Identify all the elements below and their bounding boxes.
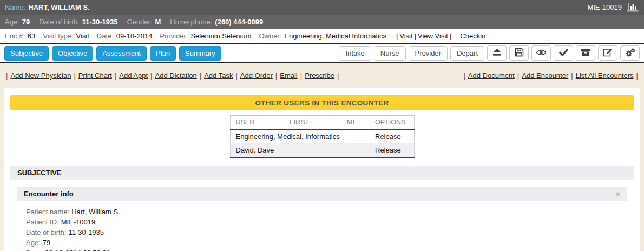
owner-field: Owner:Engineering, Medical Informatics	[259, 32, 386, 40]
list-all-encounters-link[interactable]: List All Encounters	[576, 71, 634, 80]
date-field: Date:09-10-2014 09:52:21	[26, 248, 640, 251]
table-header-row: USER FIRST MI OPTIONS	[230, 116, 414, 130]
save-button[interactable]	[509, 45, 529, 61]
separator: |	[337, 71, 339, 80]
release-link[interactable]: Release	[375, 146, 401, 154]
age-field: Age:79	[26, 237, 640, 248]
options-cell: Release	[370, 129, 414, 143]
separator: |	[415, 32, 416, 40]
user-name-cell: David, Dave	[230, 143, 370, 157]
dob-label: Date of birth:	[39, 18, 79, 26]
other-users-table-wrap: USER FIRST MI OPTIONS Engineering, Medic…	[4, 115, 640, 158]
visit-link[interactable]: Visit	[399, 32, 412, 40]
col-header-user[interactable]: USER	[230, 116, 284, 130]
email-link[interactable]: Email	[280, 71, 298, 80]
checkin-link[interactable]: Checkin	[460, 32, 485, 40]
intake-button[interactable]: Intake	[339, 46, 371, 61]
provider-button[interactable]: Provider	[409, 46, 448, 61]
view-button[interactable]	[531, 45, 551, 61]
content-panel: OTHER USERS IN THIS ENCOUNTER USER FIRST…	[4, 88, 640, 251]
col-header-first[interactable]: FIRST	[284, 116, 341, 130]
col-header-mi[interactable]: MI	[341, 116, 370, 130]
view-visit-link[interactable]: View Visit	[418, 32, 448, 40]
tab-assessment[interactable]: Assessment	[96, 46, 147, 61]
separator: |	[636, 71, 638, 80]
toolbar: Subjective Objective Assessment Plan Sum…	[0, 44, 644, 63]
main-area: OTHER USERS IN THIS ENCOUNTER USER FIRST…	[0, 88, 644, 251]
separator: |	[450, 32, 451, 40]
separator: |	[200, 71, 201, 80]
separator: |	[396, 32, 398, 40]
other-users-table: USER FIRST MI OPTIONS Engineering, Medic…	[230, 115, 415, 158]
add-dictation-link[interactable]: Add Dictation	[155, 71, 196, 80]
encounter-nav: |Visit|View Visit|	[396, 32, 451, 40]
enc-date-label: Date:	[97, 32, 114, 40]
release-link[interactable]: Release	[375, 133, 401, 141]
dob-field: Date of birth:11-30-1935	[26, 227, 640, 237]
patient-id-value: MIE-10019	[587, 3, 622, 11]
nurse-button[interactable]: Nurse	[374, 46, 406, 61]
bar-chart-icon[interactable]	[627, 3, 639, 12]
provider-label: Provider:	[160, 32, 188, 40]
provider-value: Selenium Selenium	[190, 32, 251, 40]
separator: |	[571, 71, 573, 80]
encounter-info-header: Encounter info ×	[17, 187, 627, 201]
add-task-link[interactable]: Add Task	[204, 71, 233, 80]
approve-button[interactable]	[554, 45, 573, 61]
dob-field: Date of birth:11-30-1935	[39, 18, 117, 26]
tab-objective[interactable]: Objective	[52, 46, 93, 61]
tab-subjective[interactable]: Subjective	[4, 46, 49, 61]
separator: |	[517, 71, 519, 80]
table-row: David, Dave Release	[230, 143, 414, 157]
separator: |	[300, 71, 302, 80]
gender-label: Gender:	[127, 18, 152, 26]
tab-summary[interactable]: Summary	[179, 46, 221, 61]
depart-button[interactable]: Depart	[450, 46, 484, 61]
enc-date-value: 09-10-2014	[116, 32, 153, 40]
prescribe-link[interactable]: Prescribe	[305, 71, 334, 80]
patient-name-value: HART, WILLIAM S.	[28, 3, 89, 11]
separator: |	[6, 71, 8, 80]
patient-header-bar: Name: HART, WILLIAM S. MIE-10019	[0, 0, 644, 15]
home-phone-label: Home phone:	[170, 18, 212, 26]
eject-button[interactable]	[487, 45, 507, 61]
other-users-banner: OTHER USERS IN THIS ENCOUNTER	[10, 95, 634, 110]
edit-button[interactable]	[598, 45, 617, 61]
quick-links-left: |Add New Physician|Print Chart|Add Appt|…	[5, 71, 340, 80]
add-document-link[interactable]: Add Document	[468, 71, 515, 80]
user-name-cell: Engineering, Medical, Informatics	[230, 129, 370, 143]
gender-field: Gender:M	[127, 18, 161, 26]
owner-label: Owner:	[259, 32, 281, 40]
col-header-options: OPTIONS	[370, 116, 414, 130]
age-value: 79	[22, 18, 30, 26]
home-phone-value: (260) 444-0099	[215, 18, 263, 26]
subjective-section-header: SUBJECTIVE	[10, 166, 634, 180]
save-icon	[515, 48, 524, 58]
options-cell: Release	[370, 143, 414, 157]
quick-links-bar: |Add New Physician|Print Chart|Add Appt|…	[0, 63, 644, 88]
eye-icon	[536, 49, 547, 58]
edit-icon	[603, 48, 613, 58]
tab-plan[interactable]: Plan	[150, 46, 176, 61]
patient-name-label: Name:	[5, 3, 25, 11]
add-new-physician-link[interactable]: Add New Physician	[10, 71, 71, 80]
add-order-link[interactable]: Add Order	[240, 71, 273, 80]
settings-button[interactable]	[620, 45, 640, 61]
encounter-bar: Enc #:63 Visit type:Visit Date:09-10-201…	[0, 29, 644, 44]
demographics-bar: Age:79 Date of birth:11-30-1935 Gender:M…	[0, 15, 644, 29]
archive-icon	[581, 48, 590, 58]
add-appt-link[interactable]: Add Appt	[119, 71, 148, 80]
table-row: Engineering, Medical, Informatics Releas…	[230, 129, 414, 143]
patient-id-field: Patient ID:MIE-10019	[26, 217, 640, 227]
print-chart-link[interactable]: Print Chart	[78, 71, 112, 80]
add-encounter-link[interactable]: Add Encounter	[522, 71, 568, 80]
archive-button[interactable]	[576, 45, 595, 61]
check-icon	[559, 49, 568, 58]
separator: |	[74, 71, 75, 80]
separator: |	[115, 71, 116, 80]
enc-number-label: Enc #:	[5, 32, 25, 40]
close-icon[interactable]: ×	[615, 190, 620, 198]
separator: |	[235, 71, 237, 80]
provider-field: Provider:Selenium Selenium	[160, 32, 251, 40]
patient-name-field: Patient name:Hart, William S.	[26, 207, 640, 217]
